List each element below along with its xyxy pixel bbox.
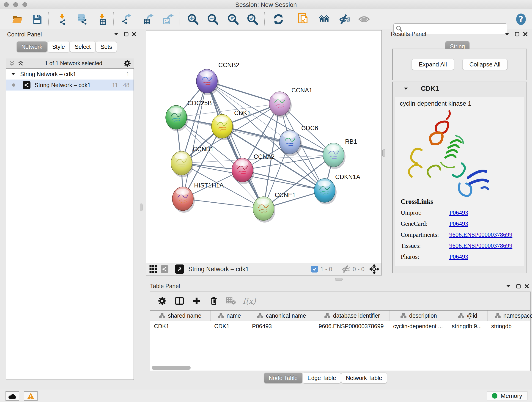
network-node-CDK1[interactable] [211,114,234,140]
network-node-CCNE1[interactable] [253,197,275,223]
horizontal-scrollbar-thumb[interactable] [152,366,191,370]
open-in-new-window-button[interactable] [175,264,184,274]
memory-button[interactable]: Memory [487,391,527,400]
results-panel-maximize-button[interactable] [514,31,520,37]
collapse-all-icon[interactable] [9,61,15,66]
column-header-shared-name[interactable]: shared name [150,311,210,321]
export-image-button[interactable] [163,13,174,25]
selected-count: 1 - 0 [320,266,332,273]
network-node-CCNA1[interactable] [269,92,292,118]
expand-all-button[interactable]: Expand All [412,59,454,70]
cloud-button[interactable] [6,391,19,401]
tab-node-table[interactable]: Node Table [264,373,302,383]
control-panel-close-button[interactable] [131,31,138,37]
import-table-file-button[interactable] [96,13,108,25]
tab-network[interactable]: Network [17,41,47,52]
save-session-button[interactable] [32,13,43,25]
table-panel-close-button[interactable] [523,283,530,289]
zoom-fit-button[interactable] [227,13,239,25]
string-import-button[interactable] [298,13,310,25]
import-network-database-button[interactable] [76,13,88,25]
table-cell[interactable]: 9606.ENSP00000378699 [315,321,389,331]
network-node-CCNB2[interactable] [196,69,219,95]
network-node-HIST1H1A[interactable] [172,187,195,213]
show-all-eye-button[interactable] [358,13,370,25]
network-node-CDKN1A[interactable] [314,179,336,204]
table-row[interactable]: CDK1CDK1P064939606.ENSP00000378699cyclin… [150,321,530,331]
warnings-button[interactable] [24,391,38,401]
function-builder-button[interactable]: f(x) [243,296,256,306]
delete-column-button[interactable] [209,296,219,306]
table-settings-button[interactable] [157,296,167,306]
network-node-label: CCNB1 [193,146,214,153]
collapse-entry-icon[interactable] [404,87,408,90]
crosslink-link[interactable]: P06493 [449,253,468,260]
crosslink-link[interactable]: 9606.ENSP00000378699 [449,242,512,249]
column-header-name[interactable]: name [210,311,248,321]
table-cell[interactable]: stringdb [488,321,532,331]
network-edge[interactable] [183,81,207,199]
network-node-CDC25B[interactable] [166,105,188,131]
collapse-all-button[interactable]: Collapse All [462,59,508,70]
network-edge[interactable] [183,199,264,209]
network-canvas[interactable]: CCNB2CCNA1CDC25BCDK1CDC6RB1CCNB1CCNA2CDK… [146,31,381,263]
column-header-namespace[interactable]: namespace [488,311,532,321]
import-network-file-button[interactable] [56,13,68,25]
column-header--id[interactable]: @id [448,311,488,321]
results-panel-float-button[interactable] [504,31,510,37]
export-network-button[interactable] [121,13,132,25]
zoom-in-button[interactable] [187,13,199,25]
column-header-description[interactable]: description [389,311,448,321]
eye-icon [358,15,370,24]
crosslink-link[interactable]: P06493 [449,209,468,216]
table-cell[interactable]: CDK1 [210,321,248,331]
export-table-button[interactable] [143,13,154,25]
column-header-database-identifier[interactable]: database identifier [315,311,389,321]
tab-edge-table[interactable]: Edge Table [303,373,341,383]
gear-icon[interactable] [123,60,131,67]
cdk1-entry-header[interactable]: CDK1 [393,82,526,95]
table-panel-maximize-button[interactable] [515,283,522,289]
table-cell[interactable]: cyclin-dependent ... [389,321,448,331]
tab-sets[interactable]: Sets [96,41,117,52]
add-column-button[interactable] [191,296,202,306]
tab-style[interactable]: Style [48,41,70,52]
control-panel-float-button[interactable] [113,31,120,37]
cloud-icon [8,393,17,399]
selected-checkbox[interactable] [311,266,318,273]
control-panel-maximize-button[interactable] [123,31,130,37]
splitter-handle[interactable] [335,278,343,281]
splitter-handle[interactable] [140,204,143,211]
network-edge[interactable] [207,81,264,209]
network-node-RB1[interactable] [323,143,346,169]
splitter-handle[interactable] [382,149,385,157]
column-header-canonical-name[interactable]: canonical name [248,311,315,321]
tab-network-table[interactable]: Network Table [341,373,387,383]
network-collection-row[interactable]: String Network – cdk1 1 [6,69,133,80]
crosslink-link[interactable]: 9606.ENSP00000378699 [449,231,512,238]
network-label: String Network – cdk1 [35,82,91,89]
delete-table-button[interactable] [226,296,236,306]
zoom-selected-button[interactable] [247,13,258,25]
tab-select[interactable]: Select [70,41,95,52]
show-hide-glass-button[interactable] [338,13,350,25]
help-button[interactable]: ? [515,13,527,25]
apply-layout-button[interactable] [273,13,284,25]
expand-all-icon[interactable] [18,61,24,66]
string-home-button[interactable] [318,13,330,25]
crosslink-link[interactable]: P06493 [449,220,468,227]
network-row[interactable]: String Network – cdk1 11 48 [6,80,133,90]
table-panel-float-button[interactable] [505,283,512,289]
table-cell[interactable]: CDK1 [150,321,210,331]
network-type-badge-icon[interactable] [161,265,168,273]
zoom-out-button[interactable] [207,13,219,25]
results-panel-close-button[interactable] [522,31,529,37]
birds-eye-grid-icon[interactable] [149,265,157,273]
crosshair-icon[interactable] [370,264,379,274]
expander-icon[interactable] [11,73,15,75]
table-cell[interactable]: stringdb:9... [448,321,488,331]
show-columns-button[interactable] [174,296,185,306]
open-session-button[interactable] [12,13,23,25]
network-node-CCNA2[interactable] [232,158,254,184]
table-cell[interactable]: P06493 [248,321,315,331]
